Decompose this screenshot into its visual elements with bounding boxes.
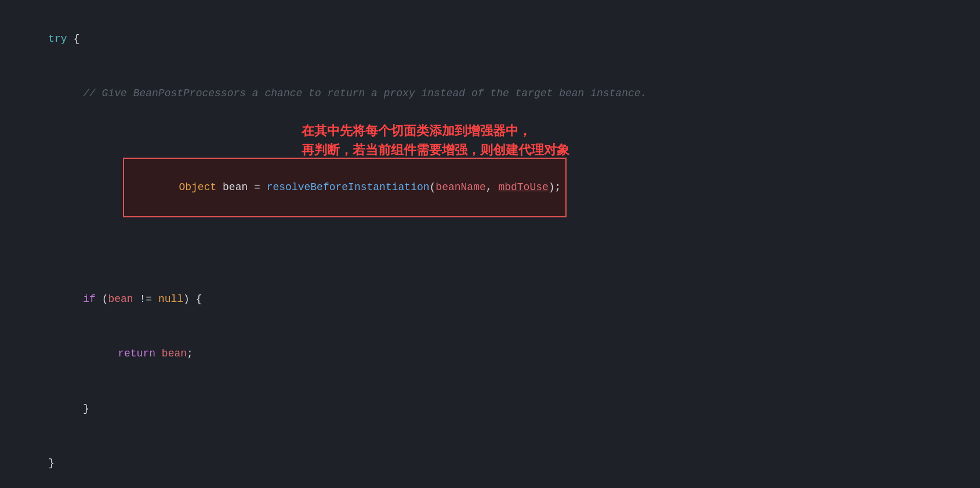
code-line-comment: // Give BeanPostProcessors a chance to r… <box>23 67 957 122</box>
code-container: try { // Give BeanPostProcessors a chanc… <box>0 0 980 488</box>
highlighted-resolve-line: Object bean = resolveBeforeInstantiation… <box>123 158 567 217</box>
code-line-return-bean: return bean; <box>23 327 957 382</box>
code-line-try1: try { <box>23 12 957 67</box>
code-line-if-bean: if (bean != null) { <box>23 272 957 327</box>
comment-text: // Give BeanPostProcessors a chance to r… <box>83 88 647 99</box>
code-line-close-if: } <box>23 381 957 436</box>
annotation-red: 在其中先将每个切面类添加到增强器中，再判断，若当前组件需要增强，则创建代理对象 <box>302 121 569 159</box>
code-line-resolve: Object bean = resolveBeforeInstantiation… <box>23 121 957 272</box>
code-line-close-try1: } <box>23 436 957 489</box>
keyword-try: try <box>48 33 67 45</box>
